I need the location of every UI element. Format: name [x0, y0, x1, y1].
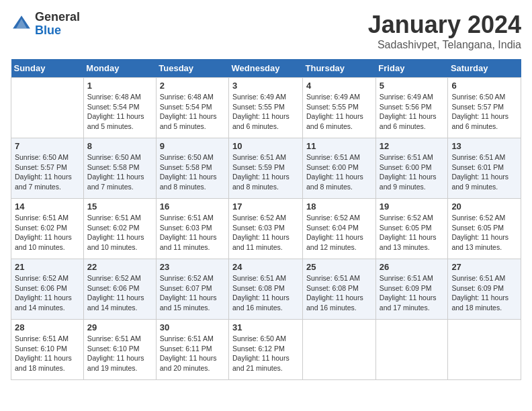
sunset-text: Sunset: 5:54 PM — [87, 102, 152, 112]
day-number: 5 — [380, 81, 445, 91]
calendar-cell: 26Sunrise: 6:51 AMSunset: 6:09 PMDayligh… — [375, 259, 448, 320]
sunrise-text: Sunrise: 6:51 AM — [160, 334, 225, 344]
calendar-cell: 15Sunrise: 6:51 AMSunset: 6:02 PMDayligh… — [83, 199, 156, 259]
daylight-text: Daylight: 11 hours and 8 minutes. — [306, 172, 372, 191]
sunset-text: Sunset: 6:03 PM — [160, 223, 225, 233]
sunset-text: Sunset: 5:58 PM — [87, 163, 152, 173]
day-info: Sunrise: 6:51 AMSunset: 6:01 PMDaylight:… — [451, 152, 517, 192]
daylight-text: Daylight: 11 hours and 6 minutes. — [380, 111, 445, 131]
day-info: Sunrise: 6:52 AMSunset: 6:05 PMDaylight:… — [380, 213, 445, 253]
days-header-row: SundayMondayTuesdayWednesdayThursdayFrid… — [11, 59, 521, 78]
daylight-text: Daylight: 11 hours and 16 minutes. — [306, 293, 372, 312]
sunset-text: Sunset: 5:55 PM — [232, 102, 299, 112]
daylight-text: Daylight: 11 hours and 6 minutes. — [451, 111, 517, 131]
day-info: Sunrise: 6:49 AMSunset: 5:55 PMDaylight:… — [306, 92, 372, 132]
daylight-text: Daylight: 11 hours and 18 minutes. — [15, 353, 80, 373]
day-number: 18 — [306, 201, 372, 212]
logo-text: General Blue — [35, 11, 80, 38]
sunset-text: Sunset: 6:08 PM — [232, 283, 299, 293]
sunrise-text: Sunrise: 6:52 AM — [306, 213, 372, 223]
day-number: 13 — [451, 141, 517, 151]
daylight-text: Daylight: 11 hours and 6 minutes. — [232, 111, 299, 131]
sunset-text: Sunset: 6:04 PM — [306, 223, 372, 233]
day-info: Sunrise: 6:48 AMSunset: 5:54 PMDaylight:… — [160, 92, 225, 132]
calendar-cell: 11Sunrise: 6:51 AMSunset: 6:00 PMDayligh… — [303, 138, 376, 199]
sunrise-text: Sunrise: 6:51 AM — [306, 152, 372, 163]
calendar-week-4: 21Sunrise: 6:52 AMSunset: 6:06 PMDayligh… — [11, 259, 521, 320]
day-number: 9 — [160, 141, 225, 151]
daylight-text: Daylight: 11 hours and 17 minutes. — [380, 293, 445, 312]
sunrise-text: Sunrise: 6:51 AM — [451, 152, 517, 163]
sunset-text: Sunset: 6:11 PM — [160, 344, 225, 354]
sunrise-text: Sunrise: 6:49 AM — [306, 92, 372, 102]
day-header-thursday: Thursday — [303, 59, 376, 78]
day-number: 21 — [15, 262, 80, 272]
day-info: Sunrise: 6:50 AMSunset: 5:57 PMDaylight:… — [451, 92, 517, 132]
sunrise-text: Sunrise: 6:51 AM — [87, 334, 152, 344]
day-number: 27 — [451, 262, 517, 272]
sunrise-text: Sunrise: 6:52 AM — [160, 273, 225, 283]
day-number: 17 — [232, 201, 299, 212]
sunrise-text: Sunrise: 6:52 AM — [87, 273, 152, 283]
day-number: 15 — [87, 201, 152, 212]
daylight-text: Daylight: 11 hours and 5 minutes. — [160, 111, 225, 131]
daylight-text: Daylight: 11 hours and 6 minutes. — [306, 111, 372, 131]
sunrise-text: Sunrise: 6:51 AM — [15, 334, 80, 344]
day-info: Sunrise: 6:52 AMSunset: 6:06 PMDaylight:… — [87, 273, 152, 313]
sunset-text: Sunset: 5:59 PM — [232, 163, 299, 173]
calendar-cell: 17Sunrise: 6:52 AMSunset: 6:03 PMDayligh… — [229, 199, 303, 259]
calendar-cell: 13Sunrise: 6:51 AMSunset: 6:01 PMDayligh… — [448, 138, 521, 199]
calendar-cell: 2Sunrise: 6:48 AMSunset: 5:54 PMDaylight… — [156, 78, 228, 138]
calendar-cell: 24Sunrise: 6:51 AMSunset: 6:08 PMDayligh… — [229, 259, 303, 320]
day-info: Sunrise: 6:51 AMSunset: 6:08 PMDaylight:… — [306, 273, 372, 313]
calendar-week-1: 1Sunrise: 6:48 AMSunset: 5:54 PMDaylight… — [11, 78, 521, 138]
daylight-text: Daylight: 11 hours and 15 minutes. — [160, 293, 225, 312]
day-info: Sunrise: 6:51 AMSunset: 6:10 PMDaylight:… — [15, 334, 80, 373]
sunrise-text: Sunrise: 6:51 AM — [380, 152, 445, 163]
daylight-text: Daylight: 11 hours and 10 minutes. — [87, 232, 152, 252]
day-number: 22 — [87, 262, 152, 272]
day-info: Sunrise: 6:51 AMSunset: 6:10 PMDaylight:… — [87, 334, 152, 373]
daylight-text: Daylight: 11 hours and 13 minutes. — [380, 232, 445, 252]
day-info: Sunrise: 6:52 AMSunset: 6:07 PMDaylight:… — [160, 273, 225, 313]
day-info: Sunrise: 6:51 AMSunset: 6:09 PMDaylight:… — [380, 273, 445, 313]
calendar-cell: 8Sunrise: 6:50 AMSunset: 5:58 PMDaylight… — [83, 138, 156, 199]
daylight-text: Daylight: 11 hours and 14 minutes. — [87, 293, 152, 312]
day-info: Sunrise: 6:51 AMSunset: 5:59 PMDaylight:… — [232, 152, 299, 192]
daylight-text: Daylight: 11 hours and 7 minutes. — [87, 172, 152, 191]
day-info: Sunrise: 6:51 AMSunset: 6:02 PMDaylight:… — [87, 213, 152, 253]
daylight-text: Daylight: 11 hours and 7 minutes. — [15, 172, 80, 191]
daylight-text: Daylight: 11 hours and 11 minutes. — [232, 232, 299, 252]
calendar-cell — [448, 320, 521, 380]
daylight-text: Daylight: 11 hours and 5 minutes. — [87, 111, 152, 131]
day-info: Sunrise: 6:51 AMSunset: 6:00 PMDaylight:… — [380, 152, 445, 192]
sunset-text: Sunset: 6:08 PM — [306, 283, 372, 293]
calendar-cell — [375, 320, 448, 380]
calendar-cell: 28Sunrise: 6:51 AMSunset: 6:10 PMDayligh… — [11, 320, 84, 380]
daylight-text: Daylight: 11 hours and 16 minutes. — [232, 293, 299, 312]
sunrise-text: Sunrise: 6:52 AM — [232, 213, 299, 223]
calendar-cell — [303, 320, 376, 380]
day-header-friday: Friday — [375, 59, 448, 78]
day-info: Sunrise: 6:51 AMSunset: 6:02 PMDaylight:… — [15, 213, 80, 253]
day-info: Sunrise: 6:50 AMSunset: 5:58 PMDaylight:… — [87, 152, 152, 192]
sunset-text: Sunset: 5:56 PM — [380, 102, 445, 112]
sunset-text: Sunset: 6:10 PM — [87, 344, 152, 354]
sunset-text: Sunset: 6:09 PM — [451, 283, 517, 293]
calendar-cell — [11, 78, 84, 138]
sunrise-text: Sunrise: 6:51 AM — [306, 273, 372, 283]
sunset-text: Sunset: 6:09 PM — [380, 283, 445, 293]
calendar-cell: 18Sunrise: 6:52 AMSunset: 6:04 PMDayligh… — [303, 199, 376, 259]
header: General Blue January 2024 Sadashivpet, T… — [11, 11, 521, 51]
calendar-cell: 16Sunrise: 6:51 AMSunset: 6:03 PMDayligh… — [156, 199, 228, 259]
sunset-text: Sunset: 6:00 PM — [306, 163, 372, 173]
day-number: 3 — [232, 81, 299, 91]
day-header-monday: Monday — [83, 59, 156, 78]
sunrise-text: Sunrise: 6:51 AM — [15, 213, 80, 223]
sunset-text: Sunset: 5:58 PM — [160, 163, 225, 173]
sunrise-text: Sunrise: 6:50 AM — [451, 92, 517, 102]
day-info: Sunrise: 6:51 AMSunset: 6:11 PMDaylight:… — [160, 334, 225, 373]
sunset-text: Sunset: 5:55 PM — [306, 102, 372, 112]
day-number: 12 — [380, 141, 445, 151]
day-number: 25 — [306, 262, 372, 272]
